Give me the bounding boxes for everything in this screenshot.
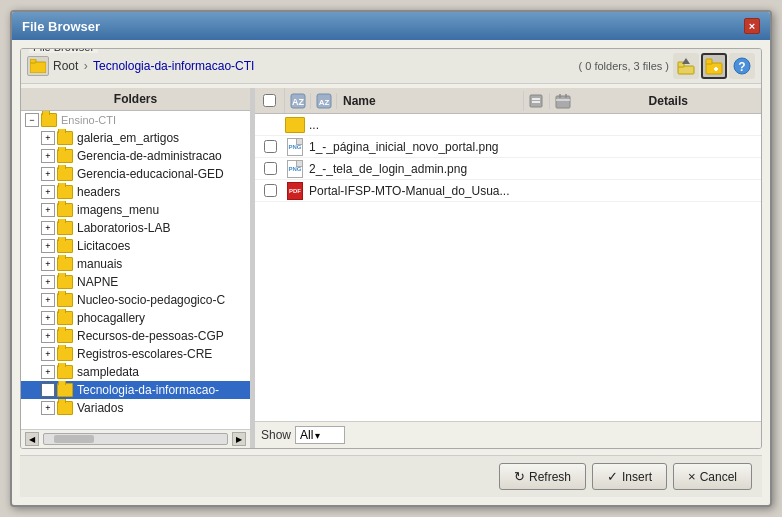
list-item[interactable]: + Variados bbox=[21, 399, 250, 417]
refresh-button[interactable]: ↻ Refresh bbox=[499, 463, 586, 490]
svg-rect-6 bbox=[706, 59, 712, 64]
folder-name: Laboratorios-LAB bbox=[77, 221, 170, 235]
folder-icon bbox=[57, 383, 73, 397]
list-item[interactable]: + sampledata bbox=[21, 363, 250, 381]
svg-marker-4 bbox=[682, 58, 690, 64]
date-icon-header[interactable] bbox=[550, 93, 576, 109]
scroll-left-button[interactable]: ◀ bbox=[25, 432, 39, 446]
expand-icon[interactable]: + bbox=[41, 347, 55, 361]
sort-icon-header[interactable]: AZ bbox=[285, 93, 311, 109]
expand-icon[interactable]: + bbox=[41, 221, 55, 235]
list-item[interactable]: PDF Portal-IFSP-MTO-Manual_do_Usua... bbox=[255, 180, 761, 202]
file-checkbox[interactable] bbox=[264, 140, 277, 153]
folder-name: Nucleo-socio-pedagogico-C bbox=[77, 293, 225, 307]
expand-icon[interactable]: + bbox=[41, 167, 55, 181]
list-item[interactable]: + phocagallery bbox=[21, 309, 250, 327]
list-item[interactable]: + Recursos-de-pessoas-CGP bbox=[21, 327, 250, 345]
folder-name: Recursos-de-pessoas-CGP bbox=[77, 329, 224, 343]
content-area: File Browser Root › Tecnologia-da-inform… bbox=[12, 40, 770, 505]
scroll-right-button[interactable]: ▶ bbox=[232, 432, 246, 446]
check-all-header bbox=[255, 88, 285, 113]
svg-text:AZ: AZ bbox=[292, 97, 304, 107]
folder-icon bbox=[57, 185, 73, 199]
list-item[interactable]: + imagens_menu bbox=[21, 201, 250, 219]
list-item[interactable]: + Registros-escolares-CRE bbox=[21, 345, 250, 363]
expand-icon[interactable]: + bbox=[41, 275, 55, 289]
file-checkbox[interactable] bbox=[264, 184, 277, 197]
expand-icon[interactable]: + bbox=[41, 365, 55, 379]
expand-icon[interactable]: + bbox=[41, 311, 55, 325]
size-icon-header[interactable] bbox=[524, 93, 550, 109]
title-bar: File Browser × bbox=[12, 12, 770, 40]
expand-icon[interactable]: + bbox=[41, 329, 55, 343]
file-list[interactable]: ... PNG 1_-_página bbox=[255, 114, 761, 421]
horizontal-scrollbar[interactable]: ◀ ▶ bbox=[21, 429, 250, 448]
list-item[interactable]: + galeria_em_artigos bbox=[21, 129, 250, 147]
expand-icon[interactable]: + bbox=[41, 239, 55, 253]
cancel-button[interactable]: × Cancel bbox=[673, 463, 752, 490]
list-item[interactable]: + Nucleo-socio-pedagogico-C bbox=[21, 291, 250, 309]
svg-text:AZ: AZ bbox=[318, 98, 329, 107]
list-item[interactable]: + Licitacoes bbox=[21, 237, 250, 255]
upload-button[interactable] bbox=[673, 53, 699, 79]
file-name: 2_-_tela_de_login_admin.png bbox=[309, 162, 761, 176]
folder-name: Registros-escolares-CRE bbox=[77, 347, 212, 361]
expand-icon[interactable]: − bbox=[41, 383, 55, 397]
help-button[interactable]: ? bbox=[729, 53, 755, 79]
list-item[interactable]: PNG 2_-_tela_de_login_admin.png bbox=[255, 158, 761, 180]
expand-icon[interactable]: + bbox=[41, 203, 55, 217]
show-select[interactable]: All ▾ bbox=[295, 426, 345, 444]
sort-icon-header2[interactable]: AZ bbox=[311, 93, 337, 109]
folder-up-icon bbox=[30, 59, 46, 73]
file-checkbox[interactable] bbox=[264, 162, 277, 175]
folders-header: Folders bbox=[21, 88, 250, 111]
file-check[interactable] bbox=[255, 184, 285, 197]
folder-list[interactable]: − Ensino-CTI + galeria_em_artigos + bbox=[21, 111, 250, 429]
folder-name: Tecnologia-da-informacao- bbox=[77, 383, 219, 397]
expand-icon[interactable]: + bbox=[41, 401, 55, 415]
back-folder-icon bbox=[285, 117, 305, 133]
file-name: ... bbox=[309, 118, 761, 132]
png-file-icon: PNG bbox=[287, 160, 303, 178]
list-item[interactable]: + manuais bbox=[21, 255, 250, 273]
svg-rect-1 bbox=[30, 59, 36, 63]
list-item[interactable]: + Laboratorios-LAB bbox=[21, 219, 250, 237]
toolbar-icons: ? bbox=[673, 53, 755, 79]
expand-icon[interactable]: + bbox=[41, 185, 55, 199]
name-column-header: Name bbox=[337, 91, 524, 111]
png-file-icon: PNG bbox=[287, 138, 303, 156]
insert-button[interactable]: ✓ Insert bbox=[592, 463, 667, 490]
back-button[interactable] bbox=[27, 56, 49, 76]
upload-icon bbox=[677, 57, 695, 75]
expand-icon[interactable]: + bbox=[41, 257, 55, 271]
close-button[interactable]: × bbox=[744, 18, 760, 34]
file-type-icon: PDF bbox=[285, 183, 305, 199]
pdf-file-icon: PDF bbox=[287, 182, 303, 200]
folder-name: manuais bbox=[77, 257, 122, 271]
file-check[interactable] bbox=[255, 162, 285, 175]
list-item[interactable]: PNG 1_-_página_inicial_novo_portal.png bbox=[255, 136, 761, 158]
list-item[interactable]: ... bbox=[255, 114, 761, 136]
expand-icon[interactable]: + bbox=[41, 131, 55, 145]
list-item[interactable]: + Gerencia-educacional-GED bbox=[21, 165, 250, 183]
section-border: File Browser Root › Tecnologia-da-inform… bbox=[20, 48, 762, 449]
file-type-icon: PNG bbox=[285, 161, 305, 177]
file-check[interactable] bbox=[255, 140, 285, 153]
check-all-checkbox[interactable] bbox=[263, 94, 276, 107]
new-folder-button[interactable] bbox=[701, 53, 727, 79]
list-item[interactable]: + headers bbox=[21, 183, 250, 201]
expand-icon[interactable]: − bbox=[25, 113, 39, 127]
list-item[interactable]: − Ensino-CTI bbox=[21, 111, 250, 129]
list-item[interactable]: + NAPNE bbox=[21, 273, 250, 291]
scroll-thumb[interactable] bbox=[54, 435, 94, 443]
list-item[interactable]: + Gerencia-de-administracao bbox=[21, 147, 250, 165]
folder-name: phocagallery bbox=[77, 311, 145, 325]
expand-icon[interactable]: + bbox=[41, 293, 55, 307]
expand-icon[interactable]: + bbox=[41, 149, 55, 163]
list-item[interactable]: − Tecnologia-da-informacao- bbox=[21, 381, 250, 399]
folder-icon bbox=[57, 293, 73, 307]
folder-icon bbox=[57, 239, 73, 253]
scroll-track[interactable] bbox=[43, 433, 228, 445]
folder-icon bbox=[57, 275, 73, 289]
folder-icon bbox=[57, 365, 73, 379]
